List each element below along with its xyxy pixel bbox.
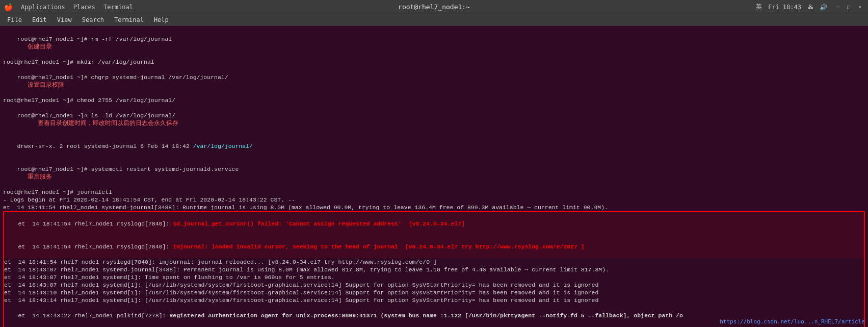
menubar: File Edit View Search Terminal Help [0,14,868,26]
menu-search[interactable]: Search [78,14,108,26]
menu-terminal[interactable]: Terminal [110,14,148,26]
network-icon: 🖧 [807,4,813,11]
window-controls: − □ × [833,3,864,11]
bottom-link: https://blog.csdn.net/luo...n_RHEL7/arti… [720,318,865,325]
titlebar: 🍎 Applications Places Terminal root@rhel… [0,0,868,14]
titlebar-right: 英 Fri 18:43 🖧 🔊 − □ × [756,3,864,11]
maximize-button[interactable]: □ [845,3,853,11]
terminal[interactable]: root@rhel7_node1 ~]# rm -rf /var/log/jou… [0,26,868,327]
menu-applications[interactable]: Applications [21,4,65,11]
line-9: - Logs begin at Fri 2020-02-14 18:41:54 … [3,196,865,204]
menu-file[interactable]: File [3,14,26,26]
line-2: root@rhel7_node1 ~]# mkdir /var/log/jour… [3,58,865,66]
line-12: et 14 18:41:54 rhel7_node1 rsyslogd[7840… [3,235,865,258]
menu-help[interactable]: Help [150,14,173,26]
language-indicator: 英 [756,3,762,11]
line-6: drwxr-sr-x. 2 root systemd-journal 6 Feb… [3,135,865,158]
line-5: root@rhel7_node1 ~]# ls -ld /var/log/jou… [3,104,865,135]
line-17: et 14 18:43:10 rhel7_node1 systemd[1]: [… [3,289,865,296]
minimize-button[interactable]: − [833,3,841,11]
line-3: root@rhel7_node1 ~]# chgrp systemd-journ… [3,66,865,96]
menu-edit[interactable]: Edit [28,14,51,26]
menu-places[interactable]: Places [73,4,95,11]
close-button[interactable]: × [856,3,864,11]
line-10: et 14 18:41:54 rhel7_node1 systemd-journ… [3,204,865,211]
line-1: root@rhel7_node1 ~]# rm -rf /var/log/jou… [3,28,865,58]
line-16: et 14 18:43:07 rhel7_node1 systemd[1]: [… [3,281,865,289]
window-title: root@rhel7_node1:~ [398,3,470,11]
line-8: root@rhel7_node1 ~]# journalctl [3,188,865,196]
volume-icon: 🔊 [820,4,827,11]
line-14: et 14 18:43:07 rhel7_node1 systemd-journ… [3,266,865,273]
menu-terminal[interactable]: Terminal [103,4,133,11]
line-11: et 14 18:41:54 rhel7_node1 rsyslogd[7840… [3,211,865,235]
apple-icon: 🍎 [4,3,13,11]
line-18: et 14 18:43:14 rhel7_node1 systemd[1]: [… [3,296,865,304]
line-4: root@rhel7_node1 ~]# chmod 2755 /var/log… [3,96,865,104]
clock: Fri 18:43 [768,4,801,11]
line-7: root@rhel7_node1 ~]# systemctl restart s… [3,158,865,188]
line-15: et 14 18:43:07 rhel7_node1 systemd[1]: T… [3,273,865,281]
menu-view[interactable]: View [53,14,76,26]
line-13: et 14 18:41:54 rhel7_node1 rsyslogd[7840… [3,258,865,266]
titlebar-left: 🍎 Applications Places Terminal [4,3,133,11]
